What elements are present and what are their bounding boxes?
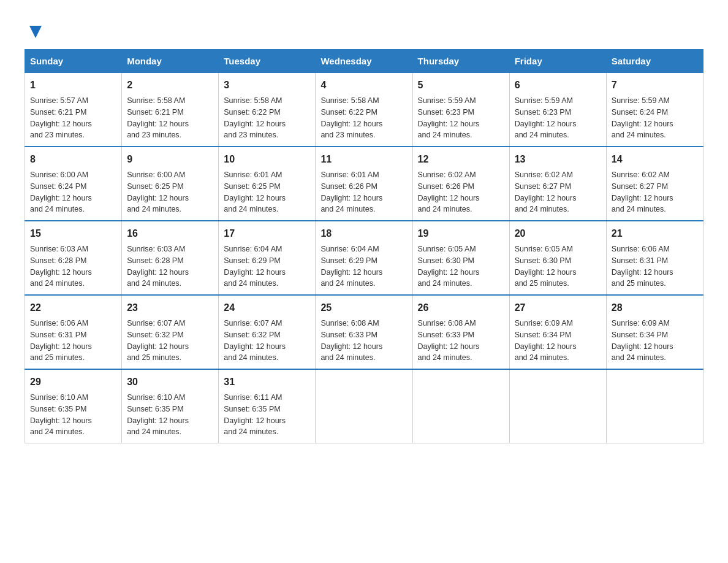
day-number: 6 — [515, 78, 601, 93]
sunset-label: Sunset: 6:24 PM — [612, 108, 668, 117]
sunrise-label: Sunrise: 6:03 AM — [30, 245, 88, 253]
sunrise-label: Sunrise: 6:07 AM — [127, 319, 185, 327]
day-number: 10 — [224, 152, 310, 167]
day-number: 25 — [320, 301, 407, 315]
calendar-day-cell: 4 Sunrise: 5:58 AM Sunset: 6:22 PM Dayli… — [316, 73, 412, 147]
daylight-label: Daylight: 12 hoursand 24 minutes. — [612, 120, 673, 140]
day-number: 27 — [515, 301, 601, 315]
sunset-label: Sunset: 6:25 PM — [224, 182, 280, 191]
daylight-label: Daylight: 12 hoursand 23 minutes. — [127, 120, 189, 140]
sunrise-label: Sunrise: 6:04 AM — [224, 245, 282, 253]
day-number: 23 — [127, 301, 213, 315]
day-number: 15 — [30, 226, 116, 241]
sunset-label: Sunset: 6:35 PM — [127, 405, 183, 413]
calendar-day-cell: 27 Sunrise: 6:09 AM Sunset: 6:34 PM Dayl… — [509, 295, 606, 369]
day-number: 14 — [612, 152, 698, 167]
sunset-label: Sunset: 6:31 PM — [612, 256, 668, 265]
sunset-label: Sunset: 6:23 PM — [418, 108, 474, 117]
sunrise-label: Sunrise: 6:02 AM — [612, 170, 670, 179]
calendar-day-cell — [606, 369, 703, 443]
daylight-label: Daylight: 12 hoursand 24 minutes. — [320, 342, 382, 362]
daylight-label: Daylight: 12 hoursand 24 minutes. — [612, 342, 673, 362]
sunrise-label: Sunrise: 6:09 AM — [515, 319, 573, 327]
day-number: 17 — [224, 226, 310, 241]
sunset-label: Sunset: 6:35 PM — [30, 405, 86, 413]
day-number: 24 — [224, 301, 310, 315]
sunrise-label: Sunrise: 5:59 AM — [515, 96, 573, 105]
sunset-label: Sunset: 6:32 PM — [224, 331, 280, 339]
calendar-day-cell — [412, 369, 509, 443]
sunrise-label: Sunrise: 6:01 AM — [320, 170, 379, 179]
sunset-label: Sunset: 6:29 PM — [320, 256, 377, 265]
sunrise-label: Sunrise: 5:57 AM — [30, 96, 88, 105]
sunset-label: Sunset: 6:32 PM — [127, 331, 183, 339]
svg-marker-0 — [29, 26, 42, 38]
sunset-label: Sunset: 6:27 PM — [612, 182, 668, 191]
calendar-day-cell: 14 Sunrise: 6:02 AM Sunset: 6:27 PM Dayl… — [606, 147, 703, 221]
calendar-day-cell: 25 Sunrise: 6:08 AM Sunset: 6:33 PM Dayl… — [316, 295, 412, 369]
sunrise-label: Sunrise: 5:58 AM — [127, 96, 185, 105]
calendar-day-cell: 12 Sunrise: 6:02 AM Sunset: 6:26 PM Dayl… — [412, 147, 509, 221]
calendar-day-cell: 19 Sunrise: 6:05 AM Sunset: 6:30 PM Dayl… — [412, 221, 509, 295]
daylight-label: Daylight: 12 hoursand 24 minutes. — [612, 194, 673, 214]
sunrise-label: Sunrise: 6:10 AM — [30, 393, 88, 402]
day-of-week-header: Monday — [122, 50, 219, 73]
daylight-label: Daylight: 12 hoursand 23 minutes. — [320, 120, 382, 140]
calendar-week-row: 22 Sunrise: 6:06 AM Sunset: 6:31 PM Dayl… — [25, 295, 703, 369]
calendar-day-cell: 5 Sunrise: 5:59 AM Sunset: 6:23 PM Dayli… — [412, 73, 509, 147]
day-number: 31 — [224, 375, 310, 389]
daylight-label: Daylight: 12 hoursand 25 minutes. — [127, 342, 189, 362]
sunrise-label: Sunrise: 5:58 AM — [320, 96, 379, 105]
calendar-day-cell: 24 Sunrise: 6:07 AM Sunset: 6:32 PM Dayl… — [219, 295, 316, 369]
daylight-label: Daylight: 12 hoursand 24 minutes. — [224, 268, 286, 288]
daylight-label: Daylight: 12 hoursand 24 minutes. — [30, 268, 92, 288]
daylight-label: Daylight: 12 hoursand 24 minutes. — [127, 268, 189, 288]
page-header — [25, 18, 703, 37]
day-of-week-header: Sunday — [25, 50, 122, 73]
sunset-label: Sunset: 6:23 PM — [515, 108, 571, 117]
day-of-week-header: Wednesday — [316, 50, 412, 73]
calendar-week-row: 29 Sunrise: 6:10 AM Sunset: 6:35 PM Dayl… — [25, 369, 703, 443]
calendar-day-cell: 8 Sunrise: 6:00 AM Sunset: 6:24 PM Dayli… — [25, 147, 122, 221]
sunrise-label: Sunrise: 6:04 AM — [320, 245, 379, 253]
sunset-label: Sunset: 6:26 PM — [418, 182, 474, 191]
calendar-day-cell: 26 Sunrise: 6:08 AM Sunset: 6:33 PM Dayl… — [412, 295, 509, 369]
daylight-label: Daylight: 12 hoursand 24 minutes. — [127, 416, 189, 437]
sunrise-label: Sunrise: 5:59 AM — [612, 96, 670, 105]
day-of-week-header: Saturday — [606, 50, 703, 73]
day-number: 30 — [127, 375, 213, 389]
calendar-header-row: SundayMondayTuesdayWednesdayThursdayFrid… — [25, 50, 703, 73]
calendar-table: SundayMondayTuesdayWednesdayThursdayFrid… — [25, 49, 703, 443]
sunrise-label: Sunrise: 6:05 AM — [418, 245, 476, 253]
day-number: 29 — [30, 375, 116, 389]
calendar-day-cell: 30 Sunrise: 6:10 AM Sunset: 6:35 PM Dayl… — [122, 369, 219, 443]
calendar-day-cell: 16 Sunrise: 6:03 AM Sunset: 6:28 PM Dayl… — [122, 221, 219, 295]
calendar-day-cell: 6 Sunrise: 5:59 AM Sunset: 6:23 PM Dayli… — [509, 73, 606, 147]
calendar-day-cell — [316, 369, 412, 443]
sunrise-label: Sunrise: 6:02 AM — [418, 170, 476, 179]
sunset-label: Sunset: 6:26 PM — [320, 182, 377, 191]
calendar-day-cell: 31 Sunrise: 6:11 AM Sunset: 6:35 PM Dayl… — [219, 369, 316, 443]
daylight-label: Daylight: 12 hoursand 24 minutes. — [320, 268, 382, 288]
daylight-label: Daylight: 12 hoursand 25 minutes. — [515, 268, 577, 288]
day-number: 11 — [320, 152, 407, 167]
sunset-label: Sunset: 6:25 PM — [127, 182, 183, 191]
day-number: 22 — [30, 301, 116, 315]
sunset-label: Sunset: 6:22 PM — [320, 108, 377, 117]
daylight-label: Daylight: 12 hoursand 25 minutes. — [612, 268, 673, 288]
sunrise-label: Sunrise: 6:08 AM — [320, 319, 379, 327]
calendar-day-cell: 18 Sunrise: 6:04 AM Sunset: 6:29 PM Dayl… — [316, 221, 412, 295]
sunrise-label: Sunrise: 6:02 AM — [515, 170, 573, 179]
calendar-day-cell: 20 Sunrise: 6:05 AM Sunset: 6:30 PM Dayl… — [509, 221, 606, 295]
daylight-label: Daylight: 12 hoursand 23 minutes. — [30, 120, 92, 140]
daylight-label: Daylight: 12 hoursand 24 minutes. — [224, 342, 286, 362]
calendar-week-row: 15 Sunrise: 6:03 AM Sunset: 6:28 PM Dayl… — [25, 221, 703, 295]
calendar-day-cell: 17 Sunrise: 6:04 AM Sunset: 6:29 PM Dayl… — [219, 221, 316, 295]
calendar-day-cell: 22 Sunrise: 6:06 AM Sunset: 6:31 PM Dayl… — [25, 295, 122, 369]
sunset-label: Sunset: 6:29 PM — [224, 256, 280, 265]
sunrise-label: Sunrise: 6:06 AM — [30, 319, 88, 327]
calendar-day-cell: 11 Sunrise: 6:01 AM Sunset: 6:26 PM Dayl… — [316, 147, 412, 221]
sunset-label: Sunset: 6:21 PM — [30, 108, 86, 117]
daylight-label: Daylight: 12 hoursand 23 minutes. — [224, 120, 286, 140]
day-of-week-header: Friday — [509, 50, 606, 73]
